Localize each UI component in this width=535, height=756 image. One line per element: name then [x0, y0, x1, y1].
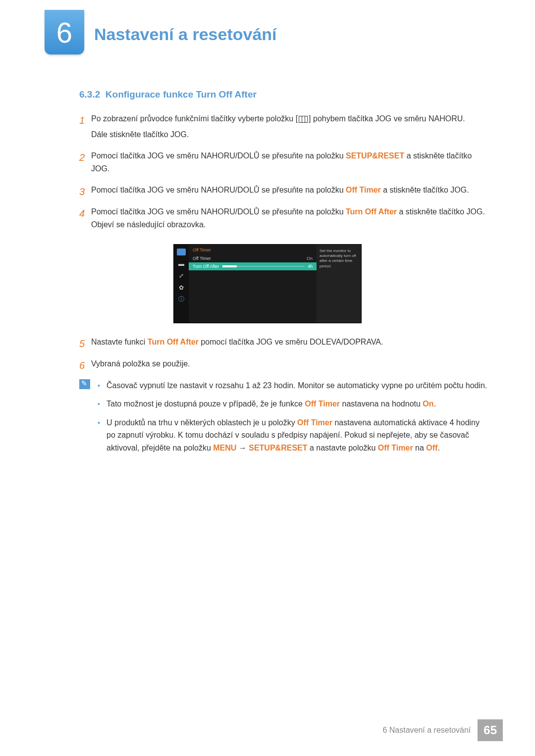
notes-block: Časovač vypnutí lze nastavit v rozsahu 1…	[79, 379, 490, 460]
chapter-title: Nastavení a resetování	[94, 10, 277, 44]
note-item: Tato možnost je dostupná pouze v případě…	[98, 398, 490, 410]
osd-slider	[222, 265, 305, 267]
osd-row-offtimer: Off Timer On	[189, 254, 317, 262]
note-item: U produktů na trhu v některých oblastech…	[98, 416, 490, 454]
osd-sidebar: ▬ ⤢ ✿ ⓘ	[174, 245, 189, 323]
page-footer: 6 Nastavení a resetování 65	[382, 719, 503, 741]
step-number: 3	[79, 184, 91, 200]
menu-icon	[299, 116, 308, 123]
note-item: Časovač vypnutí lze nastavit v rozsahu 1…	[98, 379, 490, 392]
footer-text: 6 Nastavení a resetování	[382, 726, 471, 735]
step-5: 5 Nastavte funkci Turn Off After pomocí …	[79, 336, 490, 352]
picture-icon: ▬	[177, 260, 186, 267]
osd-info-panel: Set the monitor to automatically turn of…	[317, 245, 361, 323]
osd-header: Off Timer	[189, 248, 317, 254]
step-number: 5	[79, 336, 91, 352]
info-icon: ⓘ	[177, 296, 186, 303]
step-1: 1 Po zobrazení průvodce funkčními tlačít…	[79, 112, 490, 144]
note-icon	[79, 379, 90, 389]
step-number: 6	[79, 357, 91, 373]
expand-icon: ⤢	[177, 272, 186, 279]
step-2: 2 Pomocí tlačítka JOG ve směru NAHORU/DO…	[79, 150, 490, 178]
step-number: 1	[79, 112, 91, 144]
osd-main: Off Timer Off Timer On Turn Off After 4h	[189, 245, 317, 323]
step-4: 4 Pomocí tlačítka JOG ve směru NAHORU/DO…	[79, 205, 490, 234]
step-6: 6 Vybraná položka se použije.	[79, 357, 490, 373]
steps-list: 1 Po zobrazení průvodce funkčními tlačít…	[79, 112, 490, 234]
osd-screenshot: ▬ ⤢ ✿ ⓘ Off Timer Off Timer On Turn Off …	[173, 244, 362, 323]
step-number: 2	[79, 150, 91, 178]
section-title: 6.3.2 Konfigurace funkce Turn Off After	[79, 89, 490, 100]
steps-list-continued: 5 Nastavte funkci Turn Off After pomocí …	[79, 336, 490, 373]
gear-icon: ✿	[177, 284, 186, 291]
chapter-header: 6 Nastavení a resetování	[45, 10, 490, 54]
step-3: 3 Pomocí tlačítka JOG ve směru NAHORU/DO…	[79, 184, 490, 200]
footer-page-number: 65	[478, 719, 503, 741]
osd-row-turnoffafter: Turn Off After 4h	[189, 262, 317, 270]
chapter-number-badge: 6	[45, 10, 84, 54]
step-number: 4	[79, 205, 91, 234]
monitor-icon	[177, 249, 186, 255]
